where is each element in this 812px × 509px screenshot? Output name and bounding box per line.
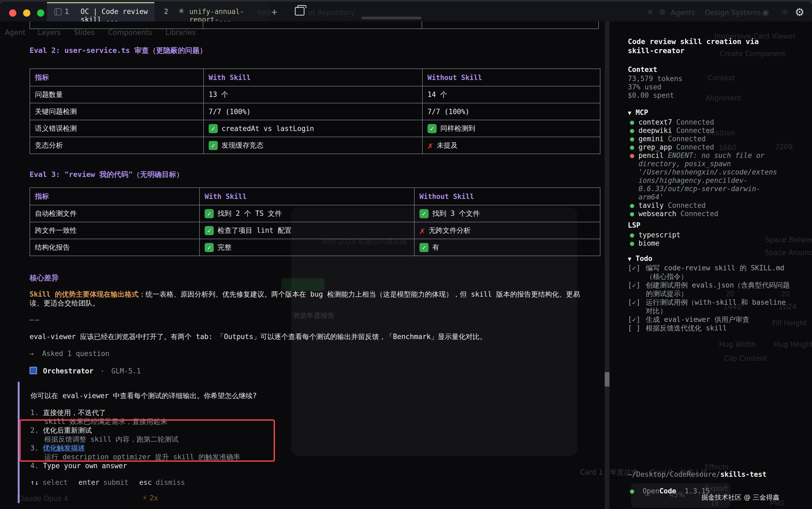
agent-line: Orchestrator · GLM-5.1	[30, 367, 141, 375]
tab-2[interactable]: 2 ✳ unify-annual-report-...	[155, 2, 270, 22]
table-cell: 问题数量	[30, 86, 203, 103]
agents-menu: Agents	[671, 9, 695, 16]
check-icon: ✓	[419, 243, 429, 252]
table-cell: 13 个	[203, 86, 422, 103]
table-cell: ✓有	[414, 239, 600, 256]
context-tokens: 73,579 tokens	[628, 75, 683, 83]
bleed-text: 浏览年度报告	[293, 311, 335, 320]
tab-number: 1	[65, 7, 69, 15]
table-cell: ✗未提及	[422, 137, 600, 154]
green-dot-icon: ●	[630, 135, 634, 143]
terminal-tab-icon	[55, 8, 62, 15]
red-annotation-box	[19, 419, 275, 462]
green-dot-icon: ●	[630, 231, 634, 239]
asked-status: → Asked 1 question	[30, 349, 109, 358]
background-bleed-bar	[361, 16, 421, 19]
mcp-header[interactable]: ▼ MCP	[628, 108, 648, 116]
col-header: Without Skill	[414, 188, 600, 205]
todo-header[interactable]: ▼ Todo	[628, 254, 652, 263]
keyboard-hints: ↑↓selectentersubmitescdismiss	[30, 478, 587, 486]
col-header: 指标	[30, 188, 199, 205]
arrow-icon: →	[30, 349, 34, 358]
todo-item: [✓]编写 code-review skill 的 SKILL.md（核心指令）	[628, 264, 796, 281]
cwd-path: ~/Desktop/CodeResoure/	[628, 470, 720, 478]
scrollbar-track[interactable]	[605, 22, 610, 509]
todo-item: [✓]生成 eval-viewer 供用户审查	[628, 315, 796, 324]
table-cell: ✓createdAt vs lastLogin	[203, 120, 422, 137]
context-stats: 73,579 tokens 37% used $0.00 spent	[628, 75, 683, 100]
tab-bar: 1 OC | Code review skill ... 2 ✳ unify-a…	[0, 2, 812, 22]
design-systems-menu: Design Systems	[705, 9, 761, 16]
tab-1[interactable]: 1 OC | Code review skill ...	[47, 2, 155, 22]
tab-number: 2	[164, 7, 168, 15]
green-dot-icon: ●	[630, 201, 634, 210]
app-version-line: ● OpenCode 1.3.15	[630, 487, 710, 495]
mcp-list: ●context7 Connected ●deepwiki Connected …	[630, 118, 786, 218]
check-icon: ✓	[419, 209, 429, 218]
table-cell: ✓检查了项目 lint 配置	[199, 222, 414, 239]
col-header: Without Skill	[422, 69, 600, 86]
lsp-item: ●biome	[630, 239, 680, 247]
window-stack-icon[interactable]	[295, 7, 305, 15]
option-1[interactable]: 1. 直接使用，不迭代了	[30, 408, 587, 417]
gear-icon[interactable]: ⚙	[795, 6, 805, 18]
context-spent: $0.00 spent	[628, 91, 683, 100]
background-green-button	[281, 278, 325, 291]
checkbox-checked-icon: [✓]	[628, 264, 640, 281]
green-dot-icon: ●	[630, 118, 634, 127]
todo-list: [✓]编写 code-review skill 的 SKILL.md（核心指令）…	[628, 264, 796, 332]
agent-model: GLM-5.1	[111, 367, 141, 375]
eval2-heading: Eval 2: user-service.ts 审查（更隐蔽的问题）	[30, 46, 207, 55]
updown-keys: ↑↓	[30, 478, 39, 486]
check-icon: ✓	[428, 124, 437, 133]
green-dot-icon: ●	[630, 239, 634, 247]
table-cell: ✓完整	[199, 239, 414, 256]
core-diff-heading: 核心差异	[30, 273, 59, 283]
eval3-heading: Eval 3: "review 我的代码"（无明确目标）	[30, 170, 183, 179]
col-header: 指标	[30, 69, 203, 86]
col-header: With Skill	[199, 188, 414, 205]
collapse-triangle-icon: ▼	[628, 109, 631, 116]
eval2-table: 指标 With Skill Without Skill 问题数量 13 个 14…	[30, 68, 600, 154]
green-dot-icon: ●	[630, 127, 634, 135]
todo-item: [ ]根据反馈迭代优化 skill	[628, 324, 796, 332]
red-dot-icon: ●	[630, 151, 634, 201]
close-button[interactable]	[9, 9, 16, 16]
table-cell: 7/7 (100%)	[422, 103, 600, 120]
lsp-list: ●typescript ●biome	[630, 231, 680, 247]
green-dot-icon: ●	[630, 210, 634, 218]
main-content: Agent Layers Slides Components Libraries…	[0, 22, 812, 509]
scrollbar-thumb[interactable]	[605, 372, 610, 386]
context-used: 37% used	[628, 83, 683, 91]
table-cell: ✓同样检测到	[422, 120, 600, 137]
minimize-button[interactable]	[23, 9, 30, 16]
table-cell: 关键问题检测	[30, 103, 203, 120]
lsp-item: ●typescript	[630, 231, 680, 239]
table-cell: 结构化报告	[30, 239, 199, 256]
core-diff-lead: Skill 的优势主要体现在输出格式：	[30, 290, 145, 298]
cross-icon: ✗	[428, 141, 433, 150]
agent-icon	[30, 367, 37, 374]
cross-icon: ✗	[419, 226, 425, 235]
viewer-note: eval-viewer 应该已经在浏览器中打开了。有两个 tab: 「Outpu…	[30, 332, 594, 341]
maximize-button[interactable]	[37, 9, 44, 16]
modified-star-icon: ✳	[178, 7, 184, 15]
core-diff-paragraph: Skill 的优势主要体现在输出格式：统一表格、原因分析列、优先修复建议。两个版…	[30, 290, 583, 308]
cwd-project: skills-test	[720, 470, 766, 478]
truncated-table-edge	[30, 22, 599, 29]
lsp-header: LSP	[628, 221, 640, 229]
table-cell: 14 个	[422, 86, 600, 103]
table-cell: 自动检测文件	[30, 205, 199, 222]
session-title: Code review skill creation via skill-cre…	[628, 37, 783, 55]
green-dot-icon: ●	[630, 487, 634, 495]
brightness-icon: ☼	[781, 7, 789, 17]
check-icon: ✓	[209, 141, 218, 150]
checkbox-checked-icon: [✓]	[628, 281, 640, 298]
option-4[interactable]: 4. Type your own answer	[30, 462, 587, 470]
mcp-item: ●tavily Connected	[630, 201, 786, 210]
table-cell: ✗无跨文件分析	[414, 222, 600, 239]
new-tab-button[interactable]: +	[271, 6, 277, 18]
checkbox-checked-icon: [✓]	[628, 298, 640, 315]
table-cell: ✓发现缓存竞态	[203, 137, 422, 154]
mcp-item: ●deepwiki Connected	[630, 127, 786, 135]
